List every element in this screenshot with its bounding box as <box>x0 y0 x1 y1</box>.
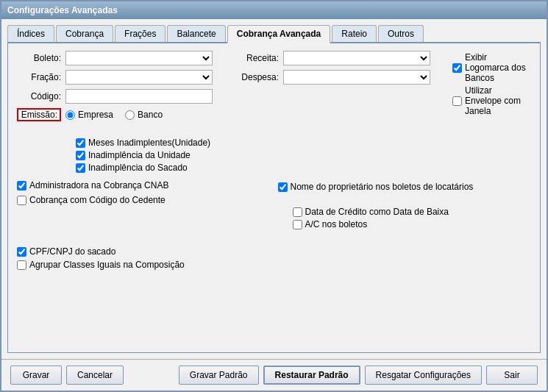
tab-bar: Índices Cobrança Frações Balancete Cobra… <box>7 25 541 43</box>
cobranca-cedente-row: Cobrança com Código do Cedente <box>17 195 271 205</box>
emissao-banco-label: Banco <box>138 110 163 120</box>
emissao-label: Emissão: <box>17 108 61 121</box>
administradora-cnab-label: Administradora na Cobrança CNAB <box>29 180 168 190</box>
emissao-banco-option[interactable]: Banco <box>125 110 163 120</box>
resgatar-configuracoes-button[interactable]: Resgatar Configurações <box>365 366 482 385</box>
tab-cobranca-avancada[interactable]: Cobrança Avançada <box>227 25 331 43</box>
despesa-select[interactable] <box>283 70 430 85</box>
emissao-empresa-label: Empresa <box>78 110 113 120</box>
emissao-empresa-radio[interactable] <box>65 110 75 120</box>
cpf-cnpj-checkbox[interactable] <box>17 247 26 257</box>
agrupar-classes-checkbox[interactable] <box>17 260 26 270</box>
emissao-radio-group: Empresa Banco <box>65 110 163 120</box>
administradora-cnab-checkbox[interactable] <box>17 181 26 190</box>
receita-select[interactable] <box>283 51 430 65</box>
agrupar-classes-row: Agrupar Classes Iguais na Composição <box>17 260 531 270</box>
inadimplencia-sacado-row: Inadimplência do Sacado <box>76 163 271 173</box>
window-title: Configurações Avançadas <box>7 5 118 15</box>
data-credito-label: Data de Crédito como Data de Baixa <box>305 207 449 217</box>
inadimplencia-unidade-checkbox[interactable] <box>76 151 85 160</box>
agrupar-classes-label: Agrupar Classes Iguais na Composição <box>29 260 185 270</box>
exibir-logomarca-label: Exibir Logomarca dos Bancos <box>465 52 531 83</box>
credito-baixa-block: Data de Crédito como Data de Baixa A/C n… <box>293 207 532 229</box>
emissao-empresa-option[interactable]: Empresa <box>65 110 113 120</box>
codigo-label: Código: <box>17 91 61 101</box>
boleto-row: Boleto: <box>17 51 213 65</box>
inadimplentes-block: Meses Inadimplentes(Unidade) Inadimplênc… <box>76 138 271 173</box>
middle-left-col: Meses Inadimplentes(Unidade) Inadimplênc… <box>17 138 271 232</box>
panel-cobranca-avancada: Boleto: Fração: Código: <box>7 43 541 353</box>
cancelar-button[interactable]: Cancelar <box>66 366 124 385</box>
codigo-input[interactable] <box>65 89 213 104</box>
footer: Gravar Cancelar Gravar Padrão Restaurar … <box>1 359 547 391</box>
tab-balancete[interactable]: Balancete <box>167 25 225 42</box>
ac-boletos-checkbox[interactable] <box>293 220 302 229</box>
footer-left-buttons: Gravar Cancelar <box>10 366 124 385</box>
cpf-cnpj-label: CPF/CNPJ do sacado <box>29 246 115 257</box>
inadimplencia-sacado-label: Inadimplência do Sacado <box>88 163 188 173</box>
nome-proprietario-label: Nome do proprietário nos boletos de loca… <box>291 182 474 192</box>
meses-inadimplentes-checkbox[interactable] <box>76 138 85 148</box>
utilizar-envelope-checkbox[interactable] <box>452 96 462 106</box>
ac-boletos-row: A/C nos boletos <box>293 219 532 229</box>
cobranca-cedente-label: Cobrança com Código do Cedente <box>29 195 166 205</box>
middle-right-col: Nome do proprietário nos boletos de loca… <box>271 138 532 232</box>
cobranca-cedente-checkbox[interactable] <box>17 196 26 205</box>
tab-fracoes[interactable]: Frações <box>115 25 166 42</box>
data-credito-row: Data de Crédito como Data de Baixa <box>293 207 532 217</box>
nome-proprietario-row: Nome do proprietário nos boletos de loca… <box>278 182 532 192</box>
codigo-row: Código: <box>17 89 213 104</box>
emissao-banco-radio[interactable] <box>125 110 135 120</box>
inadimplencia-unidade-label: Inadimplência da Unidade <box>88 150 191 160</box>
tab-cobranca[interactable]: Cobrança <box>56 25 113 42</box>
inadimplencia-sacado-checkbox[interactable] <box>76 163 85 173</box>
gravar-padrao-button[interactable]: Gravar Padrão <box>179 366 259 385</box>
tab-indices[interactable]: Índices <box>7 25 54 42</box>
receita-row: Receita: <box>235 51 430 65</box>
tab-rateio[interactable]: Rateio <box>332 25 377 42</box>
meses-inadimplentes-row: Meses Inadimplentes(Unidade) <box>76 138 271 148</box>
title-bar: Configurações Avançadas <box>1 1 547 19</box>
meses-inadimplentes-label: Meses Inadimplentes(Unidade) <box>88 138 210 148</box>
sair-button[interactable]: Sair <box>486 366 538 385</box>
top-right-checkboxes: Exibir Logomarca dos Bancos Utilizar Env… <box>452 51 531 126</box>
exibir-logomarca-checkbox[interactable] <box>452 63 462 73</box>
data-credito-checkbox[interactable] <box>293 207 302 217</box>
cpf-cnpj-row: CPF/CNPJ do sacado <box>17 246 531 257</box>
fracao-label: Fração: <box>17 72 61 82</box>
boleto-select[interactable] <box>65 51 213 65</box>
left-fields: Boleto: Fração: Código: <box>17 51 213 126</box>
utilizar-envelope-row: Utilizar Envelope com Janela <box>452 85 531 116</box>
boleto-label: Boleto: <box>17 53 61 63</box>
main-window: Configurações Avançadas Índices Cobrança… <box>0 0 548 392</box>
utilizar-envelope-label: Utilizar Envelope com Janela <box>465 85 531 116</box>
receita-label: Receita: <box>235 53 279 63</box>
ac-boletos-label: A/C nos boletos <box>305 219 368 229</box>
gravar-button[interactable]: Gravar <box>10 366 62 385</box>
emissao-row: Emissão: Empresa Banco <box>17 108 213 121</box>
inadimplencia-unidade-row: Inadimplência da Unidade <box>76 150 271 160</box>
administradora-cnab-row: Administradora na Cobrança CNAB <box>17 180 271 190</box>
restaurar-padrao-button[interactable]: Restaurar Padrão <box>263 366 360 385</box>
content-area: Índices Cobrança Frações Balancete Cobra… <box>1 19 547 359</box>
middle-fields: Receita: Despesa: <box>235 51 430 126</box>
nome-proprietario-checkbox[interactable] <box>278 182 288 192</box>
despesa-label: Despesa: <box>235 72 279 82</box>
bottom-left-checkboxes: CPF/CNPJ do sacado Agrupar Classes Iguai… <box>17 246 531 270</box>
tab-outros[interactable]: Outros <box>378 25 424 42</box>
exibir-logomarca-row: Exibir Logomarca dos Bancos <box>452 52 531 83</box>
despesa-row: Despesa: <box>235 70 430 85</box>
fracao-select[interactable] <box>65 70 213 85</box>
fracao-row: Fração: <box>17 70 213 85</box>
